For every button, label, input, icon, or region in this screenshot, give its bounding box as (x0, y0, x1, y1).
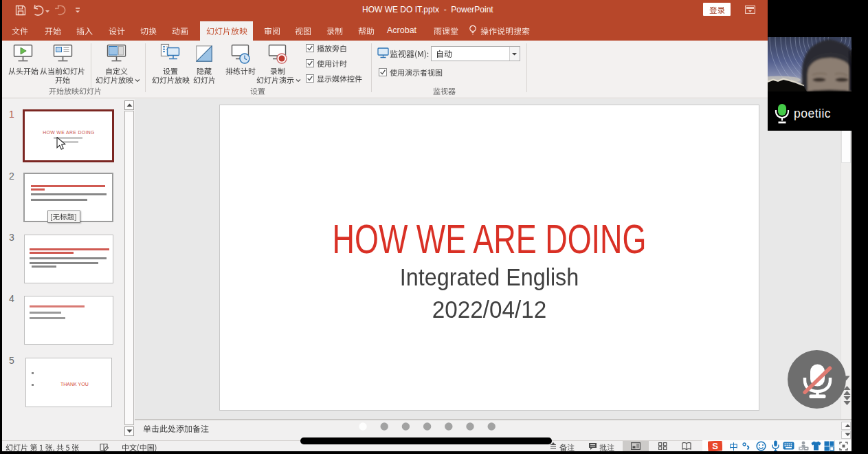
svg-text:S: S (712, 441, 718, 451)
